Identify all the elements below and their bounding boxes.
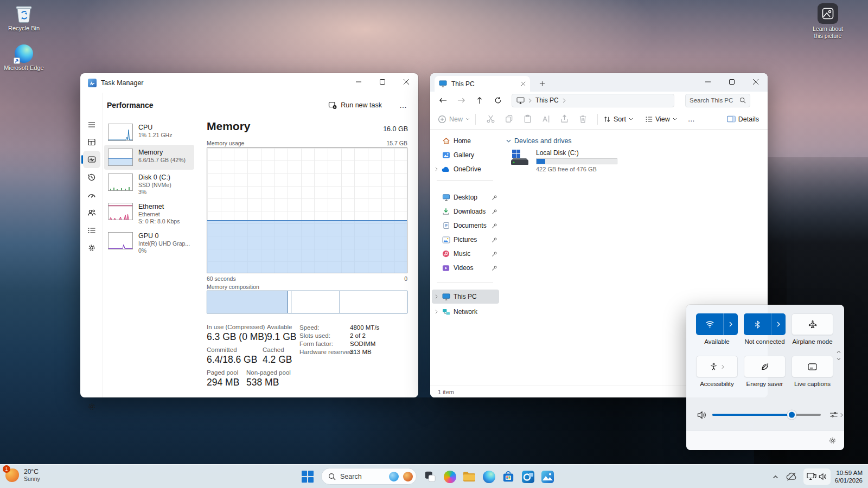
quick-settings-button[interactable] xyxy=(803,468,831,485)
output-chevron-icon[interactable] xyxy=(840,413,843,418)
task-manager-more-button[interactable]: … xyxy=(394,100,413,111)
sidebar-item-music[interactable]: Music xyxy=(432,247,499,261)
close-button[interactable] xyxy=(744,73,768,91)
photos-button[interactable] xyxy=(540,470,554,484)
details-pane-button[interactable]: Details xyxy=(727,115,759,123)
live-captions-tile[interactable] xyxy=(792,356,833,377)
qs-settings-gear-icon[interactable] xyxy=(828,436,837,445)
nav-menu-button[interactable] xyxy=(83,116,100,133)
delete-button[interactable] xyxy=(573,112,592,127)
chevron-right-icon[interactable] xyxy=(432,167,441,171)
bluetooth-icon[interactable] xyxy=(744,313,771,335)
search-input[interactable]: Search This PC xyxy=(685,94,750,107)
quick-settings-pager[interactable] xyxy=(837,350,841,361)
bluetooth-tile[interactable] xyxy=(744,313,786,335)
nav-services-button[interactable] xyxy=(83,239,100,256)
speaker-icon[interactable] xyxy=(697,411,707,419)
sidebar-item-desktop[interactable]: Desktop xyxy=(432,190,499,204)
edge-button[interactable] xyxy=(482,470,496,484)
desktop-icon-microsoft-edge[interactable]: Microsoft Edge xyxy=(3,44,44,72)
sidebar-item-videos[interactable]: Videos xyxy=(432,261,499,275)
breadcrumb-item[interactable]: This PC xyxy=(535,97,559,104)
nav-startup-apps-button[interactable] xyxy=(83,186,100,203)
wifi-icon[interactable] xyxy=(696,313,724,335)
nav-performance-button[interactable] xyxy=(83,151,100,168)
paste-button[interactable] xyxy=(518,112,537,127)
new-tab-button[interactable] xyxy=(537,78,547,89)
metric-item-memory[interactable]: Memory 6.6/15.7 GB (42%) xyxy=(104,145,194,170)
metric-item-gpu[interactable]: GPU 0 Intel(R) UHD Grap... 0% xyxy=(104,228,194,258)
settings-button[interactable] xyxy=(83,398,100,415)
sidebar-item-network[interactable]: Network xyxy=(432,305,499,319)
audio-output-icon[interactable] xyxy=(829,411,838,419)
minimize-button[interactable] xyxy=(347,73,371,91)
chevron-right-icon[interactable] xyxy=(432,310,441,314)
sidebar-item-documents[interactable]: Documents xyxy=(432,219,499,233)
close-button[interactable] xyxy=(394,73,418,91)
stat-available: Available 9.1 GB xyxy=(267,324,296,343)
taskbar-search-box[interactable]: Search xyxy=(321,468,417,485)
wifi-expand-chevron[interactable] xyxy=(724,313,738,335)
copilot-button[interactable] xyxy=(443,470,457,484)
sidebar-item-home[interactable]: Home xyxy=(432,134,499,148)
nav-details-button[interactable] xyxy=(83,222,100,239)
local-disk-item[interactable]: Local Disk (C:) 422 GB free of 476 GB xyxy=(510,149,617,172)
task-manager-titlebar[interactable]: Task Manager xyxy=(80,73,418,93)
view-button[interactable]: View xyxy=(645,115,677,123)
up-button[interactable] xyxy=(470,93,489,107)
bluetooth-expand-chevron[interactable] xyxy=(771,313,786,335)
accessibility-tile[interactable] xyxy=(696,356,738,377)
sidebar-item-label: This PC xyxy=(454,293,499,300)
sort-button[interactable]: Sort xyxy=(603,115,633,123)
sidebar-item-onedrive[interactable]: OneDrive xyxy=(432,162,499,176)
tab-close-icon[interactable] xyxy=(521,81,526,86)
sidebar-item-downloads[interactable]: Downloads xyxy=(432,204,499,219)
volume-slider[interactable] xyxy=(712,414,821,416)
metric-item-cpu[interactable]: CPU 1% 1.21 GHz xyxy=(104,120,194,145)
microsoft-store-button[interactable] xyxy=(501,470,515,484)
taskbar-clock[interactable]: 10:59 AM 6/01/2026 xyxy=(835,469,863,484)
weather-widget[interactable]: 1 20°C Sunny xyxy=(4,467,40,483)
file-explorer-button[interactable] xyxy=(462,470,476,484)
tab-this-pc[interactable]: This PC xyxy=(435,76,530,92)
metric-item-disk[interactable]: Disk 0 (C:) SSD (NVMe) 3% xyxy=(104,170,194,199)
share-button[interactable] xyxy=(555,112,573,127)
cut-button[interactable] xyxy=(481,112,500,127)
airplane-mode-tile[interactable] xyxy=(792,313,833,335)
nav-app-history-button[interactable] xyxy=(83,169,100,186)
task-view-button[interactable] xyxy=(423,470,437,484)
learn-about-picture-button[interactable]: Learn about this picture xyxy=(808,3,847,40)
maximize-button[interactable] xyxy=(720,73,744,91)
wifi-tile[interactable] xyxy=(696,313,738,335)
breadcrumb[interactable]: This PC xyxy=(512,94,674,107)
outlook-button[interactable] xyxy=(521,470,535,484)
back-button[interactable] xyxy=(433,93,452,107)
devices-and-drives-header[interactable]: Devices and drives xyxy=(506,137,572,145)
forward-button[interactable] xyxy=(452,93,470,107)
volume-knob[interactable] xyxy=(787,410,796,420)
copy-button[interactable] xyxy=(500,112,518,127)
tab-title: This PC xyxy=(451,80,516,88)
sidebar-item-pictures[interactable]: Pictures xyxy=(432,233,499,247)
desktop-icon-recycle-bin[interactable]: Recycle Bin xyxy=(3,3,44,32)
refresh-button[interactable] xyxy=(489,93,507,107)
onedrive-paused-icon[interactable] xyxy=(786,472,797,481)
search-icon xyxy=(739,97,746,104)
new-button[interactable]: New xyxy=(438,115,470,124)
minimize-button[interactable] xyxy=(696,73,720,91)
chevron-right-icon[interactable] xyxy=(432,294,441,299)
energy-saver-tile[interactable] xyxy=(744,356,786,377)
sidebar-item-gallery[interactable]: Gallery xyxy=(432,148,499,162)
nav-processes-button[interactable] xyxy=(83,133,100,151)
sidebar-item-label: Videos xyxy=(454,264,489,272)
rename-button[interactable] xyxy=(537,112,555,127)
metric-item-ethernet[interactable]: Ethernet Ethernet S: 0 R: 8.0 Kbps xyxy=(104,199,194,228)
maximize-button[interactable] xyxy=(371,73,394,91)
toolbar-more-button[interactable]: … xyxy=(682,114,701,124)
hidden-icons-chevron[interactable] xyxy=(773,475,778,479)
nav-users-button[interactable] xyxy=(83,204,100,221)
run-new-task-button[interactable]: Run new task xyxy=(324,98,386,112)
sidebar-item-this-pc[interactable]: This PC xyxy=(432,290,499,304)
memory-composition-bar[interactable] xyxy=(207,291,407,313)
start-button[interactable] xyxy=(301,470,315,484)
